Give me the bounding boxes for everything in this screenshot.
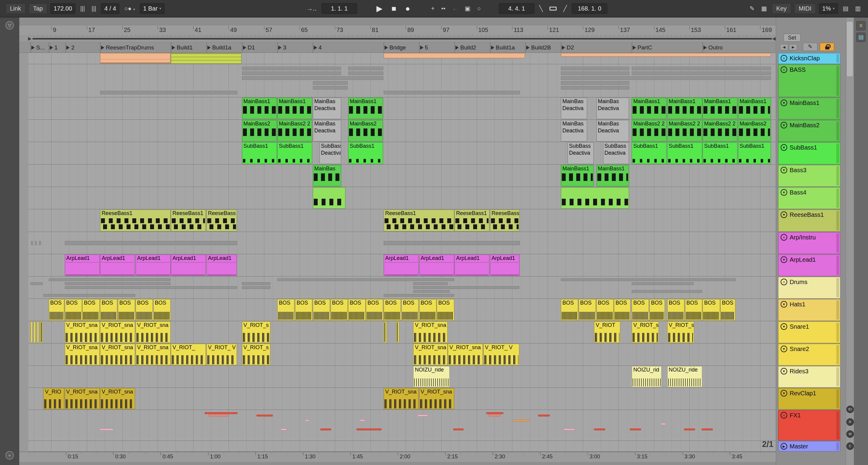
- clip-v-riot-sna[interactable]: V_RIOT_sna: [413, 321, 447, 343]
- fx-clip[interactable]: [205, 412, 238, 414]
- track-header-subbass1[interactable]: ▼SubBass1: [778, 142, 840, 164]
- track-header-kicksnclap[interactable]: ≡KicksnClap: [778, 53, 840, 64]
- clip-subbass[interactable]: SubBassDeactiva: [603, 142, 629, 164]
- clip-arplead1[interactable]: ArpLead1: [419, 255, 454, 276]
- clip-reesebass[interactable]: ReeseBass: [207, 210, 237, 231]
- show-returns-button[interactable]: R: [846, 418, 854, 426]
- track-lane-master[interactable]: [28, 441, 776, 452]
- clip-arplead1[interactable]: ArpLead1: [384, 255, 418, 276]
- clip-noizu-ride[interactable]: NOIZU_ride: [667, 366, 702, 387]
- clip-v-riot-s[interactable]: V_RIOT_s: [242, 344, 270, 365]
- show-mixer-button[interactable]: M: [846, 430, 854, 438]
- clip-bos[interactable]: BOS: [65, 299, 82, 321]
- clip-mainbass1[interactable]: MainBass1: [632, 98, 667, 119]
- clip-mainbass2-2[interactable]: MainBass2 2: [667, 120, 702, 141]
- fx-clip[interactable]: [487, 412, 503, 414]
- clip-mainbass2[interactable]: MainBass2: [348, 120, 383, 141]
- fx-clip[interactable]: [417, 415, 428, 416]
- track-lane-rides3[interactable]: [28, 366, 776, 388]
- previous-locator-button[interactable]: ◀: [780, 44, 788, 50]
- clip-bos[interactable]: BOS: [313, 299, 330, 321]
- clip-bos[interactable]: BOS: [703, 299, 720, 321]
- fx-clip[interactable]: [661, 423, 666, 425]
- clip-v-riot[interactable]: V_RIOT: [594, 321, 620, 343]
- clip-v-riot-sna[interactable]: V_RIOT_sna: [100, 388, 135, 409]
- track-lane-bass3[interactable]: [28, 165, 776, 187]
- clip-mainbass2[interactable]: MainBass2: [738, 120, 771, 141]
- clip-noizu-ride[interactable]: NOIZU_ride: [413, 366, 450, 387]
- next-locator-button[interactable]: ▶: [789, 44, 797, 50]
- locator-flag[interactable]: 3: [278, 44, 286, 51]
- track-lane-fx1[interactable]: [28, 410, 776, 441]
- fx-clip[interactable]: [684, 429, 695, 430]
- clip-reesebass[interactable]: ReeseBass: [490, 210, 520, 231]
- clip-bos[interactable]: BOS: [100, 299, 117, 321]
- locator-flag[interactable]: Bridge: [384, 44, 406, 51]
- fx-clip[interactable]: [281, 429, 287, 430]
- clip-bos[interactable]: BOS: [384, 299, 401, 321]
- clip-subbass1[interactable]: SubBass1: [738, 142, 771, 164]
- fx-clip[interactable]: [360, 419, 365, 421]
- clip-subbass[interactable]: SubBassDeactiva: [319, 142, 341, 164]
- track-header-arplead1[interactable]: ▼ArpLead1: [778, 255, 840, 276]
- clip-bos[interactable]: BOS: [561, 299, 578, 321]
- clip-bos[interactable]: BOS: [135, 299, 153, 321]
- clip-mainbas[interactable]: MainBasDeactiva: [313, 98, 341, 119]
- clip-clip[interactable]: [384, 321, 387, 343]
- clip-bos[interactable]: BOS: [401, 299, 418, 321]
- clip-bos[interactable]: BOS: [118, 299, 135, 321]
- locator-flag[interactable]: Outro: [704, 44, 723, 51]
- clip-arplead1[interactable]: ArpLead1: [65, 255, 100, 276]
- locator-flag[interactable]: ReesenTrapDrums: [101, 44, 154, 51]
- clip-subbass1[interactable]: SubBass1: [703, 142, 738, 164]
- track-fold-icon[interactable]: ▼: [781, 301, 787, 308]
- clip-arplead1[interactable]: ArpLead1: [135, 255, 170, 276]
- locator-flag[interactable]: Build1a: [491, 44, 515, 51]
- clip-mainbas[interactable]: MainBas: [313, 165, 341, 186]
- clip-v-riot-sna[interactable]: V_RIOT_sna: [100, 344, 135, 365]
- track-header-drums[interactable]: ≡Drums: [778, 277, 840, 298]
- clip-mainbass1[interactable]: MainBass1: [348, 98, 383, 119]
- clip-clip[interactable]: [561, 53, 771, 57]
- clip-subbass[interactable]: SubBassDeactiva: [567, 142, 594, 164]
- locator-flag[interactable]: 4: [314, 44, 322, 51]
- fx-clip[interactable]: [453, 429, 464, 430]
- group-fold-icon[interactable]: ≡: [781, 66, 787, 73]
- clip-v-riot-s[interactable]: V_RIOT_s: [667, 321, 694, 343]
- pencil-icon[interactable]: ✎: [803, 43, 817, 51]
- track-header-bass4[interactable]: ▼Bass4: [778, 187, 840, 209]
- track-header-mainbass2[interactable]: ▼MainBass2: [778, 120, 840, 142]
- clip-reesebass1[interactable]: ReeseBass1: [100, 210, 170, 231]
- track-fold-icon[interactable]: ▼: [781, 390, 787, 397]
- clip-v-riot-s[interactable]: V_RIOT_s: [632, 321, 659, 343]
- lock-envelopes-icon[interactable]: [820, 43, 834, 51]
- clip-mainbass1[interactable]: MainBass1: [242, 98, 277, 119]
- clip-bos[interactable]: BOS: [650, 299, 665, 321]
- track-header-revclap1[interactable]: ▼RevClap1: [778, 388, 840, 409]
- fx-clip[interactable]: [538, 415, 550, 416]
- clip-mainbas[interactable]: MainBasDeactiva: [596, 98, 629, 119]
- group-fold-icon[interactable]: ≡: [781, 55, 787, 61]
- locator-flag[interactable]: Build1: [172, 44, 193, 51]
- clip-bos[interactable]: BOS: [685, 299, 702, 321]
- clip-subbass1[interactable]: SubBass1: [242, 142, 277, 164]
- clip-v-riot-sna[interactable]: V_RIOT_sna: [419, 388, 454, 409]
- fx-clip[interactable]: [356, 429, 381, 430]
- clip-mainbass1[interactable]: MainBass1: [667, 98, 702, 119]
- clip-bos[interactable]: BOS: [295, 299, 312, 321]
- locator-flag[interactable]: Build2B: [526, 44, 551, 51]
- track-fold-icon[interactable]: ▼: [781, 346, 787, 352]
- clip-v-riot-sna[interactable]: V_RIOT_sna: [100, 321, 135, 343]
- clip-v-riot-sna[interactable]: V_RIOT_sna: [384, 388, 418, 409]
- track-header-fx1[interactable]: ≡FX1: [778, 410, 840, 441]
- fx-clip[interactable]: [209, 415, 228, 416]
- fx-clip[interactable]: [702, 429, 713, 430]
- track-header-mainbass1[interactable]: ▼MainBass1: [778, 98, 840, 119]
- clip-bos[interactable]: BOS: [277, 299, 294, 321]
- group-fold-icon[interactable]: ≡: [781, 279, 787, 285]
- clip-v-riot-sna[interactable]: V_RIOT_sna: [135, 321, 170, 343]
- clip-arplead1[interactable]: ArpLead1: [490, 255, 520, 276]
- clip-arplead1[interactable]: ArpLead1: [455, 255, 490, 276]
- clip-bos[interactable]: BOS: [82, 299, 99, 321]
- locator-flag[interactable]: S...: [31, 44, 45, 51]
